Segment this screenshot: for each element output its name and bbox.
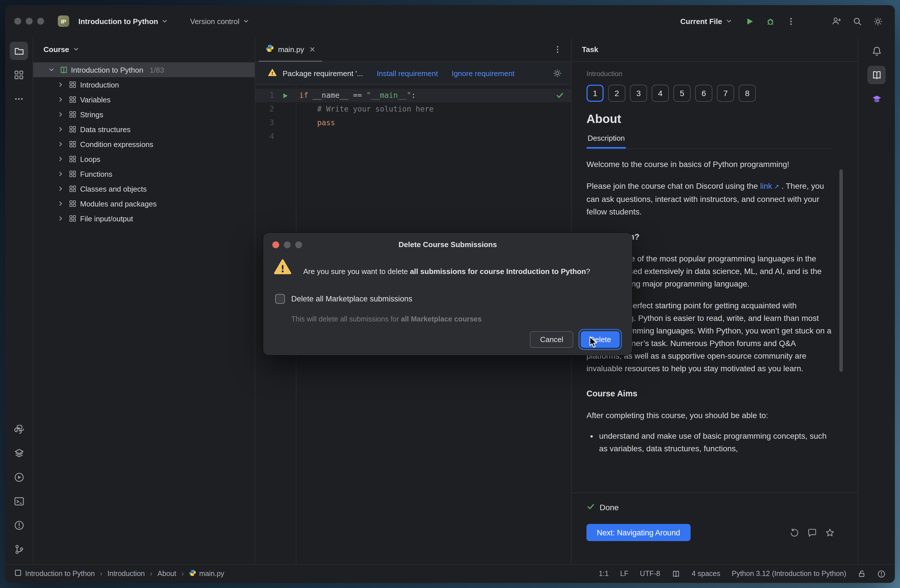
course-panel-header[interactable]: Course bbox=[33, 37, 254, 61]
gutter-slot[interactable] bbox=[274, 92, 296, 99]
breadcrumb-lesson[interactable]: Introduction bbox=[107, 570, 145, 578]
academy-plugin-button[interactable] bbox=[867, 90, 886, 108]
task-step-6[interactable]: 6 bbox=[695, 85, 712, 102]
course-tree-root[interactable]: Introduction to Python 1/83 bbox=[33, 62, 254, 77]
project-tool-button[interactable] bbox=[10, 42, 28, 60]
chevron-right-icon[interactable] bbox=[56, 155, 65, 163]
code-line[interactable]: 2 # Write your solution here bbox=[255, 102, 571, 116]
lesson-icon bbox=[68, 81, 77, 88]
code-line[interactable]: 3 pass bbox=[255, 116, 571, 130]
task-step-3[interactable]: 3 bbox=[630, 85, 647, 102]
course-tree-lesson[interactable]: Modules and packages bbox=[33, 196, 254, 211]
discord-link[interactable]: link bbox=[760, 182, 772, 191]
comment-icon[interactable] bbox=[807, 527, 817, 537]
cancel-button[interactable]: Cancel bbox=[530, 331, 574, 348]
chevron-right-icon[interactable] bbox=[56, 185, 65, 192]
close-window-button[interactable] bbox=[14, 18, 21, 25]
caret-position[interactable]: 1:1 bbox=[599, 570, 609, 578]
indent-setting[interactable]: 4 spaces bbox=[692, 570, 720, 578]
course-tree-lesson[interactable]: Data structures bbox=[33, 122, 254, 137]
chevron-right-icon[interactable] bbox=[56, 126, 65, 133]
run-configuration-selector[interactable]: Current File bbox=[676, 15, 737, 28]
chevron-right-icon[interactable] bbox=[56, 200, 65, 207]
course-tree-lesson[interactable]: Strings bbox=[33, 107, 254, 122]
task-step-7[interactable]: 7 bbox=[717, 85, 734, 102]
titlebar: IP Introduction to Python Version contro… bbox=[5, 5, 895, 37]
course-tree-lesson[interactable]: Condition expressions bbox=[33, 137, 254, 152]
code-with-me-button[interactable] bbox=[829, 13, 844, 29]
error-indicator-icon[interactable] bbox=[877, 569, 886, 578]
window-controls[interactable] bbox=[14, 18, 44, 25]
lesson-icon bbox=[68, 140, 77, 148]
line-separator[interactable]: LF bbox=[620, 570, 628, 578]
checkbox-label[interactable]: Delete all Marketplace submissions bbox=[291, 295, 412, 303]
task-step-1[interactable]: 1 bbox=[587, 85, 604, 102]
breadcrumb-file[interactable]: main.py bbox=[189, 569, 224, 578]
left-tool-stripe bbox=[5, 37, 33, 564]
next-task-button[interactable]: Next: Navigating Around bbox=[587, 524, 690, 541]
version-control-menu[interactable]: Version control bbox=[186, 15, 254, 28]
file-encoding[interactable]: UTF-8 bbox=[640, 570, 660, 578]
reset-task-icon[interactable] bbox=[790, 527, 799, 537]
editor-options-button[interactable] bbox=[553, 37, 571, 61]
dialog-note: This will delete all submissions for all… bbox=[291, 315, 482, 323]
ignore-requirement-link[interactable]: Ignore requirement bbox=[452, 69, 515, 78]
book-icon[interactable] bbox=[672, 569, 680, 578]
zoom-window-button[interactable] bbox=[37, 18, 44, 25]
course-tree-lesson[interactable]: Variables bbox=[33, 92, 254, 107]
banner-settings-icon[interactable] bbox=[553, 69, 562, 78]
tool-window-widget-icon[interactable] bbox=[14, 569, 22, 578]
settings-button[interactable] bbox=[870, 13, 886, 29]
code-line[interactable]: 4 bbox=[255, 130, 571, 144]
run-button[interactable] bbox=[742, 13, 757, 29]
services-tool-button[interactable] bbox=[10, 444, 28, 462]
more-tool-windows-button[interactable] bbox=[10, 90, 28, 108]
tab-description[interactable]: Description bbox=[587, 134, 626, 148]
project-menu[interactable]: Introduction to Python bbox=[74, 15, 173, 28]
task-description-tool-button[interactable] bbox=[867, 66, 886, 84]
chevron-right-icon[interactable] bbox=[56, 81, 65, 88]
course-tree: Introduction to Python 1/83 Introduction… bbox=[33, 61, 254, 226]
banner-message: Package requirement '... bbox=[282, 69, 363, 78]
notifications-button[interactable] bbox=[867, 42, 886, 60]
git-tool-button[interactable] bbox=[10, 540, 28, 558]
problems-tool-button[interactable] bbox=[10, 516, 28, 534]
marketplace-checkbox[interactable] bbox=[275, 294, 285, 304]
course-tree-lesson[interactable]: Loops bbox=[33, 152, 254, 166]
chevron-right-icon[interactable] bbox=[56, 96, 65, 103]
search-everywhere-button[interactable] bbox=[849, 13, 865, 29]
chevron-right-icon[interactable] bbox=[56, 215, 65, 222]
chevron-down-icon[interactable] bbox=[47, 66, 56, 73]
course-tree-lesson[interactable]: Classes and objects bbox=[33, 182, 254, 196]
tab-main-py[interactable]: main.py ✕ bbox=[259, 37, 323, 61]
close-tab-icon[interactable]: ✕ bbox=[309, 45, 315, 53]
code-line[interactable]: 1if __name__ == "__main__": bbox=[255, 88, 571, 102]
task-step-2[interactable]: 2 bbox=[608, 85, 625, 102]
task-step-5[interactable]: 5 bbox=[673, 85, 691, 102]
delete-button[interactable]: Delete bbox=[581, 331, 620, 348]
structure-tool-button[interactable] bbox=[10, 66, 28, 84]
python-packages-tool-button[interactable] bbox=[10, 420, 28, 438]
chevron-right-icon[interactable] bbox=[56, 141, 65, 147]
course-tree-lesson[interactable]: Functions bbox=[33, 166, 254, 182]
debug-button[interactable] bbox=[762, 13, 778, 29]
breadcrumb-task[interactable]: About bbox=[158, 570, 176, 578]
task-step-4[interactable]: 4 bbox=[652, 85, 669, 102]
breadcrumb-course[interactable]: Introduction to Python bbox=[25, 570, 95, 578]
task-footer: Done Next: Navigating Around bbox=[572, 492, 858, 564]
install-requirement-link[interactable]: Install requirement bbox=[377, 69, 438, 78]
chevron-right-icon[interactable] bbox=[56, 171, 65, 177]
course-tree-lesson[interactable]: File input/output bbox=[33, 211, 254, 226]
task-step-8[interactable]: 8 bbox=[739, 85, 756, 102]
course-tree-lesson[interactable]: Introduction bbox=[33, 77, 254, 92]
star-icon[interactable] bbox=[825, 527, 835, 537]
interpreter-setting[interactable]: Python 3.12 (Introduction to Python) bbox=[732, 570, 846, 578]
terminal-tool-button[interactable] bbox=[10, 492, 28, 510]
task-steps: 12345678 bbox=[587, 85, 832, 102]
minimize-window-button[interactable] bbox=[26, 18, 33, 25]
task-scrollbar[interactable] bbox=[839, 169, 843, 372]
unlock-icon[interactable] bbox=[858, 570, 866, 578]
run-tool-button[interactable] bbox=[10, 468, 28, 486]
more-actions-button[interactable] bbox=[783, 13, 799, 29]
chevron-right-icon[interactable] bbox=[56, 111, 65, 118]
